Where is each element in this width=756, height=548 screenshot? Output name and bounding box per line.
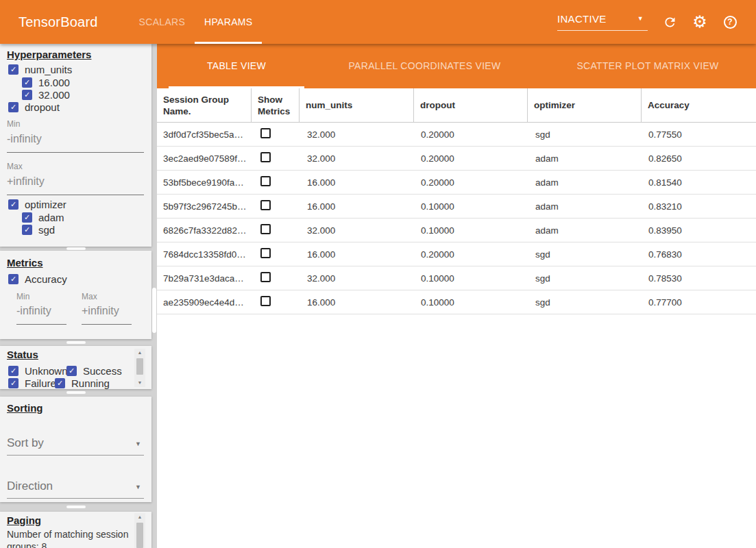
show-metrics-checkbox[interactable] — [260, 152, 271, 162]
num-units-cell: 32.000 — [300, 129, 414, 140]
session-group-name-cell: 5b97f3c2967245b… — [157, 201, 252, 212]
sort-by-dropdown[interactable]: Sort by ▼ — [7, 436, 144, 456]
panel-resize-handle[interactable] — [66, 506, 86, 508]
table-row: 5b97f3c2967245b… 16.000 0.10000 adam 0.8… — [157, 195, 756, 219]
accuracy-label: Accuracy — [25, 273, 67, 285]
accuracy-cell: 0.78530 — [642, 273, 756, 284]
checkbox-optimizer[interactable]: ✓ — [8, 199, 19, 210]
session-group-name-cell: ae235909ec4e4d… — [157, 297, 252, 308]
dropout-min-label: Min — [7, 119, 20, 129]
checkbox-optimizer-adam[interactable]: ✓ — [22, 212, 32, 223]
checkbox-num-units-16[interactable]: ✓ — [22, 77, 32, 88]
checkbox-status-failure[interactable]: ✓ — [8, 378, 19, 388]
show-metrics-checkbox[interactable] — [260, 176, 271, 186]
status-heading: Status — [7, 349, 38, 360]
num-units-cell: 32.000 — [300, 225, 414, 236]
status-scrollbar-thumb[interactable] — [136, 358, 143, 375]
tab-parallel-coordinates-view[interactable]: PARALLEL COORDINATES VIEW — [319, 44, 530, 88]
dropout-cell: 0.10000 — [414, 273, 528, 284]
refresh-icon[interactable] — [661, 14, 678, 30]
show-metrics-checkbox[interactable] — [260, 128, 271, 138]
checkbox-num-units-32[interactable]: ✓ — [22, 90, 32, 100]
scroll-up-icon[interactable]: ▲ — [134, 513, 145, 521]
tab-table-view[interactable]: TABLE VIEW — [169, 44, 304, 88]
optimizer-label: optimizer — [25, 199, 66, 210]
show-metrics-checkbox[interactable] — [260, 224, 271, 234]
tab-hparams[interactable]: HPARAMS — [195, 0, 262, 44]
paging-scrollbar-thumb[interactable] — [136, 523, 143, 548]
metric-accuracy: ✓ Accuracy — [8, 273, 67, 285]
sidebar-scrollbar-thumb[interactable] — [152, 288, 156, 333]
session-groups-table: Session Group Name. Show Metrics num_uni… — [157, 88, 756, 314]
header-actions: INACTIVE ▼ ⚙ ? — [557, 13, 738, 31]
show-metrics-checkbox[interactable] — [260, 248, 271, 258]
dropout-cell: 0.10000 — [414, 225, 528, 236]
paging-scrollbar[interactable]: ▲ — [134, 513, 145, 548]
panel-resize-handle[interactable] — [66, 247, 86, 250]
hparam-num-units-16: ✓ 16.000 — [22, 77, 70, 88]
checkbox-status-running[interactable]: ✓ — [55, 378, 65, 388]
metrics-panel: Metrics ✓ Accuracy Min -infinity Max +in… — [0, 251, 151, 339]
table-row: 3df0d7cf35bec5a… 32.000 0.20000 sgd 0.77… — [157, 123, 756, 147]
checkbox-status-success[interactable]: ✓ — [66, 366, 77, 376]
session-group-name-cell: 3df0d7cf35bec5a… — [157, 129, 252, 140]
checkbox-status-unknown[interactable]: ✓ — [8, 366, 19, 376]
col-session-group-name: Session Group Name. — [157, 88, 252, 122]
paging-heading: Paging — [7, 514, 41, 526]
show-metrics-cell — [252, 152, 300, 164]
show-metrics-checkbox[interactable] — [260, 272, 271, 282]
checkbox-dropout[interactable]: ✓ — [8, 102, 19, 112]
status-scrollbar[interactable]: ▲ ▼ — [134, 349, 145, 387]
checkbox-num-units[interactable]: ✓ — [8, 64, 19, 75]
hparam-optimizer-adam: ✓ adam — [22, 212, 64, 223]
direction-dropdown[interactable]: Direction ▼ — [7, 480, 144, 499]
tab-scalars[interactable]: SCALARS — [130, 0, 195, 44]
gear-glyph: ⚙ — [692, 14, 707, 30]
status-unknown-label: Unknown — [25, 365, 68, 377]
checkbox-accuracy[interactable]: ✓ — [8, 274, 19, 284]
app-title: TensorBoard — [19, 14, 98, 30]
optimizer-sgd-label: sgd — [38, 224, 55, 236]
status-running: ✓ Running — [55, 377, 110, 389]
show-metrics-cell — [252, 224, 300, 236]
scroll-up-icon[interactable]: ▲ — [134, 349, 145, 357]
checkbox-optimizer-sgd[interactable]: ✓ — [22, 225, 32, 235]
hyperparameters-panel: Hyperparameters ✓ num_units ✓ 16.000 ✓ 3… — [0, 44, 151, 247]
show-metrics-cell — [252, 128, 300, 140]
settings-gear-icon[interactable]: ⚙ — [692, 14, 708, 30]
table-row: 53bf5bece9190fa… 16.000 0.20000 adam 0.8… — [157, 171, 756, 195]
dropout-min-input[interactable]: -infinity — [7, 133, 144, 153]
hparam-dropout: ✓ dropout — [8, 101, 60, 113]
num-units-label: num_units — [25, 64, 72, 75]
show-metrics-cell — [252, 248, 300, 260]
panel-resize-handle[interactable] — [66, 341, 86, 344]
show-metrics-checkbox[interactable] — [260, 296, 271, 306]
hparams-main: TABLE VIEW PARALLEL COORDINATES VIEW SCA… — [157, 44, 756, 548]
col-show-metrics: Show Metrics — [252, 88, 300, 122]
dropout-max-input[interactable]: +infinity — [7, 175, 144, 195]
col-num-units: num_units — [300, 88, 414, 122]
optimizer-cell: adam — [528, 201, 642, 212]
show-metrics-checkbox[interactable] — [260, 200, 271, 210]
panel-resize-handle[interactable] — [66, 391, 86, 394]
hparam-num-units: ✓ num_units — [8, 64, 72, 75]
chevron-down-icon: ▼ — [637, 15, 644, 22]
scroll-down-icon[interactable]: ▼ — [134, 379, 145, 387]
dropout-cell: 0.20000 — [414, 177, 528, 188]
num-units-32-label: 32.000 — [38, 89, 70, 101]
status-success-label: Success — [83, 365, 122, 377]
chevron-down-icon: ▼ — [135, 440, 141, 447]
show-metrics-cell — [252, 200, 300, 212]
help-icon[interactable]: ? — [722, 14, 738, 30]
accuracy-min-input[interactable]: -infinity — [16, 305, 66, 325]
reload-status-dropdown[interactable]: INACTIVE ▼ — [557, 13, 648, 31]
tab-scatter-plot-matrix-view[interactable]: SCATTER PLOT MATRIX VIEW — [546, 44, 749, 88]
sorting-heading: Sorting — [7, 402, 43, 414]
dropout-cell: 0.20000 — [414, 129, 528, 140]
num-units-cell: 32.000 — [300, 153, 414, 164]
num-units-cell: 16.000 — [300, 177, 414, 188]
accuracy-max-input[interactable]: +infinity — [82, 305, 132, 325]
help-question-glyph: ? — [724, 16, 737, 29]
accuracy-min-label: Min — [16, 292, 29, 301]
matching-session-groups-count: Number of matching session groups: 8 — [7, 528, 132, 548]
